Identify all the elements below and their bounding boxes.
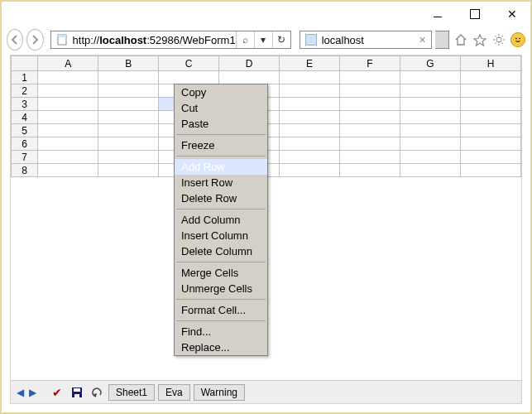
row-header[interactable]: 8 bbox=[12, 164, 38, 177]
cell[interactable] bbox=[340, 137, 400, 151]
cell[interactable] bbox=[280, 137, 340, 151]
row-header[interactable]: 7 bbox=[12, 151, 38, 164]
cell[interactable] bbox=[280, 84, 340, 98]
next-sheet-icon[interactable]: ▶ bbox=[28, 387, 37, 398]
col-header[interactable]: G bbox=[400, 56, 461, 71]
col-header[interactable]: F bbox=[340, 56, 400, 71]
ctx-unmerge-cells[interactable]: Unmerge Cells bbox=[175, 281, 267, 296]
cell[interactable] bbox=[159, 71, 219, 84]
col-header[interactable]: C bbox=[159, 56, 219, 71]
cell[interactable] bbox=[400, 98, 461, 111]
cell[interactable] bbox=[280, 164, 340, 177]
search-indicator-icon[interactable]: ⌕ bbox=[236, 31, 254, 48]
col-header[interactable]: A bbox=[38, 56, 98, 71]
ctx-insert-column[interactable]: Insert Column bbox=[175, 228, 267, 243]
cell[interactable] bbox=[340, 164, 400, 177]
close-window-button[interactable] bbox=[493, 2, 530, 26]
ctx-insert-row[interactable]: Insert Row bbox=[175, 175, 267, 190]
sheet-tab[interactable]: Sheet1 bbox=[108, 384, 155, 401]
cell[interactable] bbox=[460, 124, 520, 137]
cell[interactable] bbox=[400, 137, 461, 151]
url-dropdown-icon[interactable]: ▾ bbox=[254, 31, 272, 48]
col-header[interactable]: D bbox=[219, 56, 280, 71]
cell[interactable] bbox=[98, 98, 159, 111]
cell[interactable] bbox=[38, 84, 98, 98]
row-header[interactable]: 6 bbox=[12, 137, 38, 151]
cell[interactable] bbox=[98, 124, 159, 137]
ctx-copy[interactable]: Copy bbox=[175, 84, 267, 100]
browser-tab[interactable]: localhost × bbox=[300, 31, 432, 49]
minimize-button[interactable] bbox=[419, 2, 456, 26]
cell[interactable] bbox=[460, 84, 520, 98]
favorites-icon[interactable] bbox=[472, 31, 486, 49]
address-bar[interactable]: http://localhost:52986/WebForm1 ⌕ ▾ ↻ bbox=[50, 31, 291, 49]
cell[interactable] bbox=[340, 84, 400, 98]
cell[interactable] bbox=[38, 137, 98, 151]
row-header[interactable]: 4 bbox=[12, 111, 38, 124]
ctx-replace[interactable]: Replace... bbox=[175, 339, 267, 355]
eval-button[interactable]: Eva bbox=[158, 384, 190, 401]
cell[interactable] bbox=[400, 151, 461, 164]
cell[interactable] bbox=[280, 151, 340, 164]
cell[interactable] bbox=[340, 71, 400, 84]
tab-close-button[interactable]: × bbox=[419, 33, 425, 46]
ctx-delete-column[interactable]: Delete Column bbox=[175, 243, 267, 259]
cell[interactable] bbox=[400, 164, 461, 177]
maximize-button[interactable] bbox=[456, 2, 493, 26]
select-all-corner[interactable] bbox=[12, 56, 38, 71]
col-header[interactable]: H bbox=[460, 56, 520, 71]
save-icon[interactable] bbox=[69, 387, 85, 398]
cell[interactable] bbox=[400, 111, 461, 124]
cell[interactable] bbox=[340, 111, 400, 124]
cell[interactable] bbox=[460, 98, 520, 111]
cell[interactable] bbox=[38, 111, 98, 124]
cell[interactable] bbox=[340, 151, 400, 164]
ctx-delete-row[interactable]: Delete Row bbox=[175, 190, 267, 206]
cell[interactable] bbox=[460, 71, 520, 84]
ctx-paste[interactable]: Paste bbox=[175, 116, 267, 132]
cell[interactable] bbox=[38, 98, 98, 111]
back-button[interactable] bbox=[7, 29, 23, 51]
home-icon[interactable] bbox=[454, 31, 468, 49]
row-header[interactable]: 1 bbox=[12, 71, 38, 84]
cell[interactable] bbox=[219, 71, 280, 84]
cell[interactable] bbox=[340, 98, 400, 111]
cell[interactable] bbox=[280, 124, 340, 137]
tools-icon[interactable] bbox=[491, 31, 506, 49]
warning-button[interactable]: Warning bbox=[194, 384, 245, 401]
commit-icon[interactable]: ✔ bbox=[49, 386, 65, 399]
cell[interactable] bbox=[98, 71, 159, 84]
col-header[interactable]: B bbox=[98, 56, 159, 71]
cell[interactable] bbox=[38, 164, 98, 177]
cell[interactable] bbox=[400, 71, 461, 84]
cell[interactable] bbox=[460, 111, 520, 124]
cell[interactable] bbox=[280, 111, 340, 124]
cell[interactable] bbox=[98, 137, 159, 151]
ctx-add-row[interactable]: Add Row bbox=[175, 159, 267, 175]
ctx-merge-cells[interactable]: Merge Cells bbox=[175, 265, 267, 281]
prev-sheet-icon[interactable]: ◀ bbox=[16, 387, 25, 398]
cell[interactable] bbox=[98, 111, 159, 124]
forward-button[interactable] bbox=[26, 29, 43, 51]
ctx-freeze[interactable]: Freeze bbox=[175, 137, 267, 153]
cell[interactable] bbox=[460, 164, 520, 177]
col-header[interactable]: E bbox=[280, 56, 340, 71]
cell[interactable] bbox=[98, 84, 159, 98]
cell[interactable] bbox=[98, 164, 159, 177]
cell[interactable] bbox=[280, 98, 340, 111]
cell[interactable] bbox=[98, 151, 159, 164]
feedback-icon[interactable] bbox=[510, 31, 525, 49]
cell[interactable] bbox=[340, 124, 400, 137]
undo-icon[interactable] bbox=[89, 387, 105, 398]
ctx-add-column[interactable]: Add Column bbox=[175, 212, 267, 228]
cell[interactable] bbox=[280, 71, 340, 84]
cell[interactable] bbox=[38, 151, 98, 164]
cell[interactable] bbox=[460, 137, 520, 151]
ctx-find[interactable]: Find... bbox=[175, 324, 267, 339]
cell[interactable] bbox=[400, 124, 461, 137]
refresh-button[interactable]: ↻ bbox=[272, 31, 290, 48]
row-header[interactable]: 3 bbox=[12, 98, 38, 111]
cell[interactable] bbox=[38, 124, 98, 137]
cell[interactable] bbox=[400, 84, 461, 98]
ctx-format-cell[interactable]: Format Cell... bbox=[175, 302, 267, 318]
